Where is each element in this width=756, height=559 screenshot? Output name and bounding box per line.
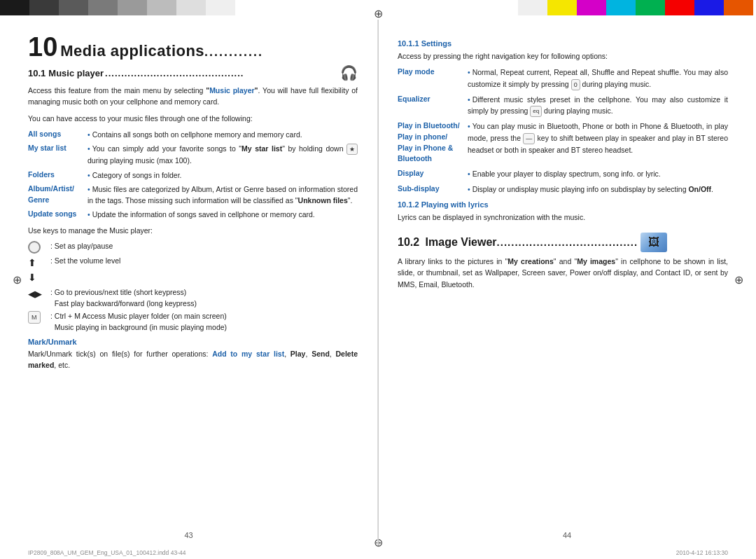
block-4 [88,0,118,15]
block-7 [176,0,206,15]
m-key-icon: M [28,311,48,324]
key-prev-next: ◀▶ : Go to previous/next title (short ke… [28,287,358,310]
settings-label-display: Display [398,168,468,179]
settings-content-bluetooth: •You can play music in Bluetooth, Phone … [468,120,728,156]
section-number: 10.1 [28,68,46,78]
lyrics-paragraph: Lyrics can be displayed in synchronizati… [398,212,728,223]
settings-row-equalizer: Equalizer •Different music styles preset… [398,94,728,117]
image-viewer-paragraph: A library links to the pictures in "My c… [398,256,728,290]
section-10-2-title: Image Viewer............................… [422,236,638,249]
eq-button: eq [530,106,542,117]
settings-content-play-mode: •Normal, Repeat current, Repeat all, Shu… [468,67,728,90]
shift-button: — [523,133,535,144]
color-block-orange [724,0,753,15]
mark-section: Mark/Unmark Mark/Unmark tick(s) on file(… [28,338,358,371]
volume-icon: ⬆⬇ [28,256,48,285]
subsection-10-1-1-heading: 10.1.1 Settings [398,39,728,48]
feature-row-album: Album/Artist/ Genre •Music files are cat… [28,184,358,207]
block-3 [59,0,88,15]
key-m: M : Ctrl + M Access Music player folder … [28,311,358,333]
m-box-icon: M [28,311,41,324]
block-8 [206,0,235,15]
section-10-2-heading: 10.2 Image Viewer.......................… [398,233,728,252]
keys-intro: Use keys to manage the Music player: [28,225,358,236]
settings-row-display: Display •Enable your player to display s… [398,168,728,179]
footer-left: IP2809_808A_UM_GEM_Eng_USA_01_100412.ind… [28,549,186,556]
key-volume-label: : Set the volume level [50,256,120,267]
play-mode-button: 0 [571,79,580,90]
page-number-left: 43 [184,531,192,539]
chapter-title: Media applications............ [60,42,263,60]
block-1 [0,0,29,15]
chapter-number: 10 [28,34,57,60]
settings-row-bluetooth: Play in Bluetooth/ Play in phone/ Play i… [398,120,728,165]
settings-label-bluetooth: Play in Bluetooth/ Play in phone/ Play i… [398,120,468,165]
subsection-10-1-2-heading: 10.1.2 Playing with lyrics [398,200,728,209]
play-pause-icon [28,241,48,254]
section-title: Music player [48,68,104,78]
prev-next-icon: ◀▶ [28,287,48,301]
settings-row-play-mode: Play mode •Normal, Repeat current, Repea… [398,67,728,90]
feature-label-album: Album/Artist/ Genre [28,184,88,206]
section-10-2: 10.2 Image Viewer.......................… [398,233,728,290]
color-block-green [636,0,665,15]
feature-label-update-songs: Update songs [28,209,88,220]
feature-label-folders: Folders [28,170,88,181]
section-10-1-heading: 10.1 Music player ......................… [28,64,358,81]
headphone-icon: 🎧 [340,64,358,81]
key-prev-next-label: : Go to previous/next title (short keypr… [50,287,197,310]
page-number-right: 44 [563,531,571,539]
settings-intro: Access by pressing the right navigation … [398,50,728,62]
mark-paragraph: Mark/Unmark tick(s) on file(s) for furth… [28,348,358,371]
feature-content-album: •Music files are categorized by Album, A… [88,184,358,207]
top-bar-right [518,0,756,15]
keys-section: Use keys to manage the Music player: : S… [28,225,358,333]
block-6 [147,0,176,15]
intro-paragraph-1: Access this feature from the main menu b… [28,85,358,108]
settings-content-equalizer: •Different music styles preset in the ce… [468,94,728,117]
feature-content-star-list: •You can simply add your favorite songs … [88,143,358,166]
section-dots: ........................................… [105,68,337,78]
feature-content-update-songs: •Update the information of songs saved i… [88,209,358,220]
color-block-yellow [547,0,577,15]
settings-label-equalizer: Equalizer [398,94,468,105]
color-block-0 [518,0,547,15]
color-block-magenta [577,0,606,15]
feature-row-folders: Folders •Category of songs in folder. [28,170,358,181]
mark-heading: Mark/Unmark [28,338,358,346]
footer-right: 2010-4-12 16:13:30 [676,549,728,556]
settings-row-subdisplay: Sub-display •Display or undisplay music … [398,184,728,195]
page-container: 10 Media applications............ 10.1 M… [0,20,756,545]
block-2 [29,0,59,15]
feature-label-star-list: My star list [28,143,88,154]
settings-label-subdisplay: Sub-display [398,184,468,195]
section-10-2-number: 10.2 [398,236,419,249]
settings-table: Play mode •Normal, Repeat current, Repea… [398,67,728,195]
features-table: All songs •Contains all songs both on ce… [28,129,358,221]
block-5 [118,0,147,15]
feature-row-all-songs: All songs •Contains all songs both on ce… [28,129,358,140]
color-block-blue [694,0,724,15]
settings-content-subdisplay: •Display or undisplay music playing info… [468,184,728,195]
key-volume: ⬆⬇ : Set the volume level [28,256,358,285]
feature-content-folders: •Category of songs in folder. [88,170,358,181]
image-viewer-icon [640,233,667,252]
feature-row-star-list: My star list •You can simply add your fa… [28,143,358,166]
page-right: 10.1.1 Settings Access by pressing the r… [378,20,756,545]
top-bar-left [0,0,238,15]
crosshair-top: ⊕ [374,7,383,20]
key-m-label: : Ctrl + M Access Music player folder (o… [50,311,227,333]
color-block-red [665,0,694,15]
key-play-pause: : Set as play/pause [28,241,358,254]
color-block-cyan [606,0,636,15]
settings-content-display: •Enable your player to display spectrum,… [468,168,728,179]
feature-row-update-songs: Update songs •Update the information of … [28,209,358,220]
star-button-icon: ★ [346,144,358,155]
feature-label-all-songs: All songs [28,129,88,140]
page-left: 10 Media applications............ 10.1 M… [0,20,378,545]
feature-content-all-songs: •Contains all songs both on cellphone me… [88,129,358,140]
chapter-heading: 10 Media applications............ [28,34,358,60]
settings-label-play-mode: Play mode [398,67,468,78]
intro-paragraph-2: You can have access to your music files … [28,113,358,124]
key-play-pause-label: : Set as play/pause [50,241,113,252]
